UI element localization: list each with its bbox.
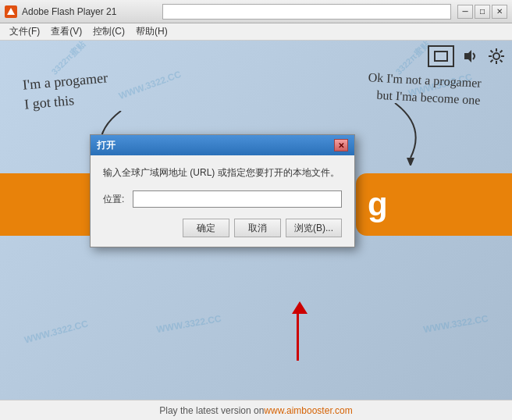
menu-file[interactable]: 文件(F) bbox=[5, 23, 44, 40]
dialog-body: 输入全球广域网地址 (URL) 或指定您要打开的本地文件。 位置: 确定 取消 … bbox=[91, 155, 354, 247]
dialog-field-row: 位置: bbox=[103, 190, 342, 208]
arrow-head bbox=[292, 301, 308, 314]
menu-help[interactable]: 帮助(H) bbox=[131, 23, 172, 40]
dialog-overlay: 打开 ✕ 输入全球广域网地址 (URL) 或指定您要打开的本地文件。 位置: 确… bbox=[0, 41, 512, 400]
dialog-close-button[interactable]: ✕ bbox=[334, 139, 348, 151]
title-bar: Adobe Flash Player 21 ─ □ ✕ bbox=[0, 0, 512, 23]
dialog-ok-button[interactable]: 确定 bbox=[183, 219, 229, 237]
flash-background: 3322π蜜贴 3322π蜜贴 WWW.3322.CC WWW.3322.CC … bbox=[0, 41, 512, 400]
svg-marker-0 bbox=[7, 8, 15, 15]
minimize-button[interactable]: ─ bbox=[457, 5, 473, 19]
menu-bar: 文件(F) 查看(V) 控制(C) 帮助(H) bbox=[0, 23, 512, 41]
dialog-location-label: 位置: bbox=[103, 193, 126, 206]
bottom-text-prefix: Play the latest version on bbox=[159, 405, 264, 416]
dialog-button-row: 确定 取消 浏览(B)... bbox=[103, 219, 342, 237]
restore-button[interactable]: □ bbox=[475, 5, 490, 19]
app-icon bbox=[5, 5, 17, 18]
window-controls: ─ □ ✕ bbox=[457, 5, 507, 19]
bottom-bar: Play the latest version on www.aimbooste… bbox=[0, 400, 512, 420]
dialog-title-text: 打开 bbox=[97, 139, 116, 152]
close-button[interactable]: ✕ bbox=[492, 5, 507, 19]
dialog-title-bar: 打开 ✕ bbox=[91, 135, 354, 155]
dialog-description: 输入全球广域网地址 (URL) 或指定您要打开的本地文件。 bbox=[103, 166, 342, 180]
address-bar[interactable] bbox=[162, 4, 451, 20]
menu-control[interactable]: 控制(C) bbox=[88, 23, 130, 40]
menu-view[interactable]: 查看(V) bbox=[46, 23, 87, 40]
bottom-link[interactable]: www.aimbooster.com bbox=[264, 405, 352, 416]
main-content: 3322π蜜贴 3322π蜜贴 WWW.3322.CC WWW.3322.CC … bbox=[0, 41, 512, 400]
dialog-browse-button[interactable]: 浏览(B)... bbox=[286, 219, 342, 237]
dialog-location-input[interactable] bbox=[133, 190, 342, 208]
window-title: Adobe Flash Player 21 bbox=[22, 6, 162, 17]
open-dialog: 打开 ✕ 输入全球广域网地址 (URL) 或指定您要打开的本地文件。 位置: 确… bbox=[90, 134, 355, 247]
red-arrow-indicator bbox=[289, 301, 308, 361]
arrow-line bbox=[297, 314, 299, 361]
dialog-cancel-button[interactable]: 取消 bbox=[234, 219, 281, 237]
